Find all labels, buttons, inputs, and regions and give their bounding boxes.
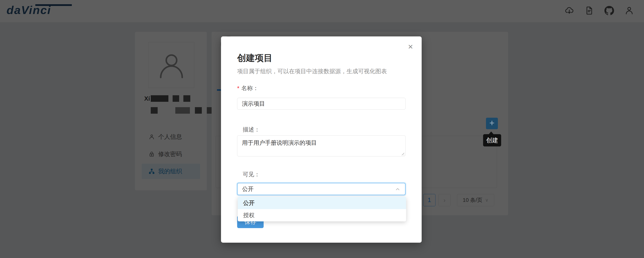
visibility-dropdown: 公开 授权	[238, 197, 406, 221]
modal-subtitle: 项目属于组织，可以在项目中连接数据源，生成可视化图表	[237, 67, 387, 75]
close-icon[interactable]: ✕	[406, 43, 415, 51]
project-name-input[interactable]	[237, 98, 406, 110]
modal-title: 创建项目	[237, 52, 272, 64]
plus-icon: +	[490, 118, 494, 128]
visibility-select[interactable]: 公开	[237, 183, 406, 195]
app-root: daVinci	[0, 0, 644, 258]
dropdown-option-public[interactable]: 公开	[238, 197, 406, 209]
name-field-label: *名称：	[237, 84, 259, 92]
chevron-up-icon	[395, 186, 400, 192]
required-asterisk: *	[237, 85, 240, 91]
description-field-label: 描述：	[243, 126, 260, 133]
visibility-field-label: 可见：	[243, 171, 260, 178]
create-tooltip: 创建	[483, 134, 501, 146]
close-glyph: ✕	[408, 43, 414, 51]
name-label-text: 名称：	[241, 85, 259, 91]
visibility-select-value: 公开	[242, 185, 254, 193]
option-label: 公开	[243, 199, 254, 207]
dropdown-option-authorized[interactable]: 授权	[238, 209, 406, 221]
tooltip-label: 创建	[486, 136, 498, 144]
option-label: 授权	[243, 211, 254, 219]
project-description-textarea[interactable]: 用于用户手册说明演示的项目	[237, 135, 406, 156]
create-project-button[interactable]: +	[486, 118, 498, 129]
